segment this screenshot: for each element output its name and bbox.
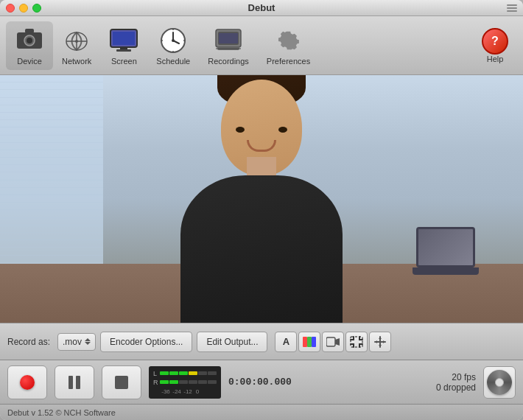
preferences-label: Preferences [267,57,310,66]
svg-rect-27 [312,337,316,347]
svg-rect-26 [307,337,312,347]
svg-point-15 [172,39,175,42]
disc-button[interactable] [483,366,516,399]
meter-seg [160,380,169,384]
toolbar-item-preferences[interactable]: Preferences [258,21,319,70]
recordings-icon [214,26,243,55]
preferences-icon [274,26,303,55]
select-arrows [85,338,91,345]
window-title: Debut [248,2,275,13]
record-dot-icon [20,375,35,390]
video-settings-icon [326,337,340,347]
select-down-arrow [85,342,91,345]
svg-point-7 [75,40,78,43]
svg-rect-29 [351,337,362,347]
svg-rect-3 [25,29,34,33]
meter-seg [198,380,207,384]
text-overlay-icon: A [283,336,289,347]
meter-label-36: -36 [161,388,171,395]
move-icon [373,335,387,349]
meter-seg [208,371,217,375]
minimize-button[interactable] [19,4,28,13]
meter-seg [189,380,197,384]
schedule-label: Schedule [156,57,190,66]
fps-display: 20 fps 0 dropped [436,372,476,393]
controls-bar: Record as: .mov Encoder Options... Edit … [0,323,523,360]
person-eyes [236,127,287,133]
playback-row: L R [0,360,523,404]
network-label: Network [62,57,91,66]
time-display: 0:00:00.000 [228,377,292,388]
meter-seg [208,380,217,384]
record-button[interactable] [7,365,47,399]
toolbar-item-screen[interactable]: Screen [100,21,147,70]
toolbar-item-recordings[interactable]: Recordings [199,21,258,70]
toolbar-item-device[interactable]: Device [6,21,53,70]
toolbar-item-schedule[interactable]: Schedule [147,21,199,70]
svg-rect-22 [219,33,238,43]
pause-icon [69,376,80,389]
disc-icon [487,370,512,395]
video-settings-button[interactable] [322,332,344,352]
stop-button[interactable] [102,365,141,399]
format-select[interactable]: .mov [57,333,96,351]
svg-point-2 [27,38,32,43]
person-body [180,175,343,323]
pause-button[interactable] [55,365,94,399]
meter-seg [189,371,197,375]
record-as-label: Record as: [7,337,50,347]
toolbar-item-help[interactable]: ? Help [473,24,517,68]
resize-icon [507,4,517,12]
network-icon [62,26,91,55]
app-window: Debut Device [0,0,523,420]
stop-icon [115,376,128,389]
close-button[interactable] [6,4,15,13]
eye-left [236,127,245,133]
time-value: 0:00:00.000 [228,377,292,388]
window-controls [6,4,41,13]
color-adjust-button[interactable] [298,332,320,352]
svg-rect-11 [116,49,131,52]
select-up-arrow [85,338,91,341]
color-adjust-icon [303,337,316,347]
text-overlay-button[interactable]: A [275,332,297,352]
status-bar: Debut v 1.52 © NCH Software [0,404,523,420]
fps-value: 20 fps [436,372,476,382]
laptop-base [413,267,479,275]
video-person [151,75,372,323]
meter-label-0: 0 [194,388,201,395]
video-area [0,75,523,323]
edit-output-button[interactable]: Edit Output... [197,332,267,352]
crop-icon [350,336,363,348]
dropped-value: 0 dropped [436,382,476,393]
encoder-options-button[interactable]: Encoder Options... [100,332,192,352]
meter-seg [160,371,169,375]
help-label: Help [487,55,504,63]
device-label: Device [17,57,42,66]
schedule-icon [158,26,188,55]
meter-label-12: -12 [183,388,193,395]
meter-seg [169,371,178,375]
meter-seg [198,371,207,375]
format-value: .mov [63,337,82,347]
meter-seg [169,380,178,384]
move-button[interactable] [369,332,391,352]
audio-meter: L R [149,366,221,399]
crop-button[interactable] [345,332,368,352]
svg-rect-28 [326,337,335,346]
svg-rect-9 [113,32,135,45]
svg-rect-25 [303,337,307,347]
title-bar-right [507,4,517,12]
laptop-screen [416,227,475,267]
video-laptop [413,227,479,279]
screen-label: Screen [111,57,137,66]
meter-label-24: -24 [172,388,182,395]
help-icon: ? [482,28,508,55]
eye-right [278,127,287,133]
meter-seg [179,380,188,384]
toolbar-item-network[interactable]: Network [53,21,100,70]
version-label: Debut v 1.52 © NCH Software [7,408,116,417]
maximize-button[interactable] [32,4,41,13]
title-bar: Debut [0,0,523,16]
recordings-label: Recordings [208,57,249,66]
